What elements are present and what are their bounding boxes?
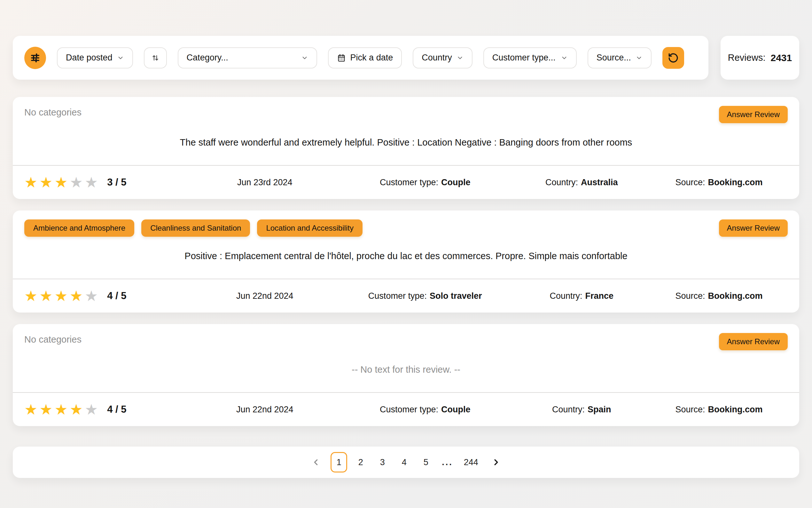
country-label: Country: xyxy=(550,291,582,301)
pick-date-label: Pick a date xyxy=(350,53,393,63)
rating-cell: ★★★★★ 4 / 5 xyxy=(24,402,192,417)
review-card: No categories Answer Review -- No text f… xyxy=(13,324,799,426)
date-posted-label: Date posted xyxy=(66,53,112,63)
review-text-wrap: -- No text for this review. -- xyxy=(24,350,788,386)
category-chip: Location and Accessibility xyxy=(257,219,363,237)
filters-button[interactable] xyxy=(24,47,46,69)
customer-type-cell: Customer type: Couple xyxy=(337,405,513,415)
source-filter-label: Source... xyxy=(596,53,631,63)
rating-label: 4 / 5 xyxy=(107,290,126,302)
customer-type-dropdown[interactable]: Customer type... xyxy=(483,47,577,69)
last-page-button[interactable]: 244 xyxy=(461,452,481,472)
sort-arrows-icon xyxy=(151,53,160,62)
refresh-icon xyxy=(668,52,679,64)
no-categories-label: No categories xyxy=(24,333,82,345)
star-empty-icon: ★ xyxy=(85,289,98,303)
category-dropdown[interactable]: Category... xyxy=(178,47,317,69)
chevron-down-icon xyxy=(301,54,308,61)
category-chip: Ambience and Atmosphere xyxy=(24,219,134,237)
star-empty-icon: ★ xyxy=(85,402,98,417)
review-card: No categories Answer Review The staff we… xyxy=(13,97,799,199)
answer-review-button[interactable]: Answer Review xyxy=(719,219,788,237)
country-cell: Country: Spain xyxy=(513,405,650,415)
pick-date-button[interactable]: Pick a date xyxy=(328,47,402,69)
review-card-top: No categories Answer Review -- No text f… xyxy=(13,324,799,392)
star-filled-icon: ★ xyxy=(24,175,37,190)
customer-type-cell: Customer type: Solo traveler xyxy=(337,291,513,301)
no-categories-label: No categories xyxy=(24,106,82,118)
country-label: Country: xyxy=(552,405,585,415)
rating-cell: ★★★★★ 3 / 5 xyxy=(24,175,192,190)
source-value: Booking.com xyxy=(708,405,763,415)
customer-type-label: Customer type: xyxy=(368,291,427,301)
category-label: Category... xyxy=(187,53,228,63)
star-filled-icon: ★ xyxy=(55,402,68,417)
country-filter-label: Country xyxy=(422,53,452,63)
review-card-header: No categories Answer Review xyxy=(24,106,788,123)
review-card: Ambience and AtmosphereCleanliness and S… xyxy=(13,211,799,312)
country-label: Country: xyxy=(545,177,578,187)
star-filled-icon: ★ xyxy=(70,402,83,417)
review-text: -- No text for this review. -- xyxy=(352,364,460,376)
review-meta-row: ★★★★★ 3 / 5 Jun 23rd 2024 Customer type:… xyxy=(13,166,799,199)
review-card-top: No categories Answer Review The staff we… xyxy=(13,97,799,165)
rating-cell: ★★★★★ 4 / 5 xyxy=(24,289,192,303)
page-list: 12345...244 xyxy=(331,452,481,472)
country-cell: Country: Australia xyxy=(513,177,650,187)
review-date: Jun 22nd 2024 xyxy=(192,405,337,415)
answer-review-button[interactable]: Answer Review xyxy=(719,333,788,350)
customer-type-value: Couple xyxy=(441,177,471,187)
source-dropdown[interactable]: Source... xyxy=(587,47,652,69)
country-value: France xyxy=(585,291,614,301)
sort-direction-button[interactable] xyxy=(144,47,167,69)
reviews-counter-label: Reviews: xyxy=(728,52,766,63)
chevron-down-icon xyxy=(117,54,124,61)
country-dropdown[interactable]: Country xyxy=(413,47,473,69)
page-button[interactable]: 5 xyxy=(418,452,434,472)
source-label: Source: xyxy=(675,405,705,415)
reviews-counter-value: 2431 xyxy=(770,52,792,64)
chevron-right-icon xyxy=(491,458,501,467)
page-button[interactable]: 3 xyxy=(374,452,391,472)
review-meta-row: ★★★★★ 4 / 5 Jun 22nd 2024 Customer type:… xyxy=(13,279,799,312)
review-card-top: Ambience and AtmosphereCleanliness and S… xyxy=(13,211,799,279)
customer-type-label: Customer type: xyxy=(380,177,438,187)
review-list: No categories Answer Review The staff we… xyxy=(0,80,812,426)
source-label: Source: xyxy=(675,291,705,301)
star-empty-icon: ★ xyxy=(70,175,83,190)
chevron-left-icon xyxy=(311,458,321,467)
reviews-counter: Reviews: 2431 xyxy=(721,36,799,80)
top-bar: Date posted Category... xyxy=(0,0,812,80)
page-button[interactable]: 2 xyxy=(352,452,369,472)
category-chip: Cleanliness and Sanitation xyxy=(141,219,250,237)
rating-label: 3 / 5 xyxy=(107,177,126,188)
country-cell: Country: France xyxy=(513,291,650,301)
source-cell: Source: Booking.com xyxy=(650,291,788,301)
page-button[interactable]: 1 xyxy=(331,452,347,472)
customer-type-label: Customer type: xyxy=(380,405,438,415)
star-filled-icon: ★ xyxy=(24,289,37,303)
answer-review-button[interactable]: Answer Review xyxy=(719,106,788,123)
chevron-down-icon xyxy=(457,54,464,61)
star-filled-icon: ★ xyxy=(70,289,83,303)
category-chips: No categories xyxy=(24,106,82,118)
source-label: Source: xyxy=(675,177,705,187)
star-rating: ★★★★★ xyxy=(24,289,98,303)
date-posted-dropdown[interactable]: Date posted xyxy=(57,47,133,69)
customer-type-value: Solo traveler xyxy=(430,291,482,301)
customer-type-value: Couple xyxy=(441,405,471,415)
source-cell: Source: Booking.com xyxy=(650,405,788,415)
next-page-button[interactable] xyxy=(487,453,505,471)
review-text: Positive : Emplacement central de l'hôte… xyxy=(185,250,627,262)
page-button[interactable]: 4 xyxy=(396,452,413,472)
country-value: Spain xyxy=(587,405,611,415)
previous-page-button[interactable] xyxy=(307,453,325,471)
category-chips: Ambience and AtmosphereCleanliness and S… xyxy=(24,219,363,237)
review-text-wrap: Positive : Emplacement central de l'hôte… xyxy=(24,237,788,273)
review-card-header: No categories Answer Review xyxy=(24,333,788,350)
review-card-header: Ambience and AtmosphereCleanliness and S… xyxy=(24,219,788,237)
star-filled-icon: ★ xyxy=(39,175,52,190)
star-filled-icon: ★ xyxy=(55,175,68,190)
reset-filters-button[interactable] xyxy=(662,47,684,69)
pagination: 12345...244 xyxy=(13,447,799,478)
